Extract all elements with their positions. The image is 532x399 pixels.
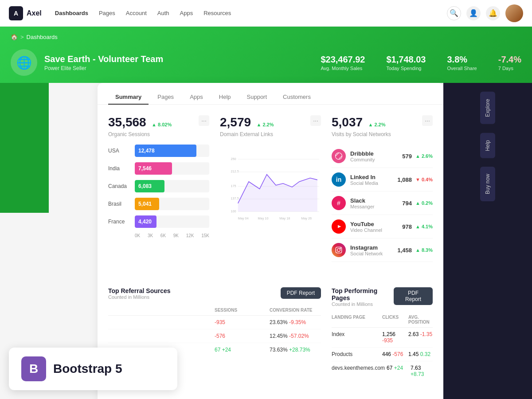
more-button-social[interactable]: ··· [422,115,433,126]
metric-value-domain: 2,579 ▲ 2.2% [220,115,274,129]
page2-position: 1.45 0.32 [408,351,433,357]
green-header: 🏠 > Dashboards 🌐 Save Earth - Volunteer … [0,27,532,83]
stat-label-overall-share: Overall Share [447,66,477,71]
bar-label-canada: 6,083 [138,183,152,189]
svg-point-0 [336,153,342,160]
nav-pages[interactable]: Pages [99,10,115,16]
referral-subtitle: Counted in Millions [108,294,171,300]
tab-summary[interactable]: Summary [108,90,149,105]
tab-pages[interactable]: Pages [150,90,181,105]
tab-customers[interactable]: Customers [276,90,318,105]
more-button-organic[interactable]: ··· [199,115,209,126]
axis-0k: 0K [135,233,140,238]
dribbble-name: Dribbble [350,150,402,157]
slack-name: Slack [350,197,402,204]
col-position: AVG. POSITION [408,315,433,325]
country-canada: Canada [108,183,130,189]
nav-auth[interactable]: Auth [157,10,169,16]
tab-help[interactable]: Help [212,90,238,105]
instagram-change: ▲ 8.3% [415,247,433,253]
referral-pdf-button[interactable]: PDF Report [281,287,321,299]
tab-support[interactable]: Support [240,90,274,105]
referral-row1-sessions: -935 [215,319,266,325]
line-chart-svg: 250 212.5 175 137.5 100 [220,145,321,233]
team-logo: 🌐 [11,49,37,76]
stat-value-monthly-sales: $23,467.92 [321,55,365,65]
nav-apps[interactable]: Apps [180,10,193,16]
line-chart: 250 212.5 175 137.5 100 [220,145,321,235]
stat-monthly-sales: $23,467.92 Avg. Monthly Sales [321,55,365,71]
svg-rect-2 [336,247,341,253]
stat-today-spending: $1,748.03 Today Spending [387,55,426,71]
instagram-icon [332,243,346,257]
x-label-may18: May 18 [279,216,290,220]
buy-now-button[interactable]: Buy now [480,167,495,201]
referral-row-1: -935 23.63% -9.35% [108,316,321,329]
metric-badge-social: ▲ 2.2% [368,122,386,127]
y-label-1375: 137.5 [231,196,239,200]
stat-overall-share: 3.8% Overall Share [447,55,477,71]
social-item-dribbble: Dribbble Community 579 ▲ 2.6% [332,145,433,168]
col-landing: LANDING PAGE [332,315,380,325]
referral-row2-conv: 12.45% -57.02% [270,333,321,339]
search-icon[interactable]: 🔍 [447,6,461,20]
top-pages-pdf-button[interactable]: PDF Report [394,287,433,305]
breadcrumb-home[interactable]: 🏠 [11,34,18,40]
profile-icon[interactable]: 👤 [466,6,481,20]
tab-apps[interactable]: Apps [183,90,210,105]
metric-label-organic: Organic Sessions [108,131,209,137]
bar-container-brasil: 5,041 [135,198,209,210]
y-label-250: 250 [231,157,236,161]
team-name: Save Earth - Volunteer Team [44,54,321,64]
header-info: Save Earth - Volunteer Team Power Elite … [44,54,321,71]
dribbble-icon [332,149,346,163]
linkedin-change: ▼ 0.4% [415,177,433,182]
page2-clicks: 446 -576 [382,351,407,357]
social-item-linkedin: in Linked In Social Media 1,088 ▼ 0.4% [332,168,433,192]
help-button[interactable]: Help [480,133,495,158]
stat-value-today-spending: $1,748.03 [387,55,426,65]
bar-fill-india: 7,546 [135,162,172,175]
metric-header-organic: 35,568 ▲ 8.02% ··· [108,115,209,129]
explore-button[interactable]: Explore [480,92,495,124]
referral-row3-conv: 73.63% +28.73% [270,347,321,353]
slack-change: ▲ 0.2% [415,200,433,206]
top-pages-row-3: devs.keenthemes.com 67 +24 7.63 +8.73 [332,361,433,381]
stat-label-monthly-sales: Avg. Monthly Sales [321,66,365,71]
bar-label-usa: 12,478 [138,148,155,154]
x-label-may10: May 10 [258,216,269,220]
avatar[interactable] [505,4,523,22]
page1-clicks: 1,256 -935 [382,331,407,344]
breadcrumb: 🏠 > Dashboards [11,34,521,40]
logo-name: Axel [27,9,42,17]
nav-dashboards[interactable]: Dashboards [55,10,88,16]
stat-label-7days: 7 Days [498,66,521,71]
y-label-100: 100 [231,209,236,213]
bar-row-india: India 7,546 [108,162,209,175]
youtube-info: YouTube Video Channel [350,221,402,233]
nav-resources[interactable]: Resources [203,10,231,16]
slack-type: Messanger [350,204,402,209]
header-content: 🌐 Save Earth - Volunteer Team Power Elit… [11,49,521,76]
youtube-count: 978 [402,223,412,230]
linkedin-name: Linked In [350,174,397,180]
youtube-icon [332,219,346,234]
nav-account[interactable]: Account [126,10,147,16]
top-pages-row-2: Products 446 -576 1.45 0.32 [332,348,433,361]
top-pages-subtitle: Counted in Millions [332,301,394,307]
referral-title: Top Referral Sources [108,287,171,294]
bar-label-india: 7,546 [138,165,152,172]
bar-container-canada: 6,083 [135,180,209,192]
col-source [108,308,211,313]
linkedin-icon: in [332,172,346,187]
metric-value-social: 5,037 ▲ 2.2% [332,115,386,129]
top-pages-row-1: Index 1,256 -935 2.63 -1.35 [332,328,433,348]
axis-3k: 3K [148,233,153,238]
breadcrumb-current: Dashboards [27,34,58,40]
logo[interactable]: A Axel [9,6,42,20]
bootstrap-text: Bootstrap 5 [53,362,122,376]
x-label-may04: May 04 [238,216,249,220]
social-item-instagram: Instagram Social Network 1,458 ▲ 8.3% [332,239,433,262]
more-button-domain[interactable]: ··· [310,115,321,126]
notifications-icon[interactable]: 🔔 [486,6,500,20]
